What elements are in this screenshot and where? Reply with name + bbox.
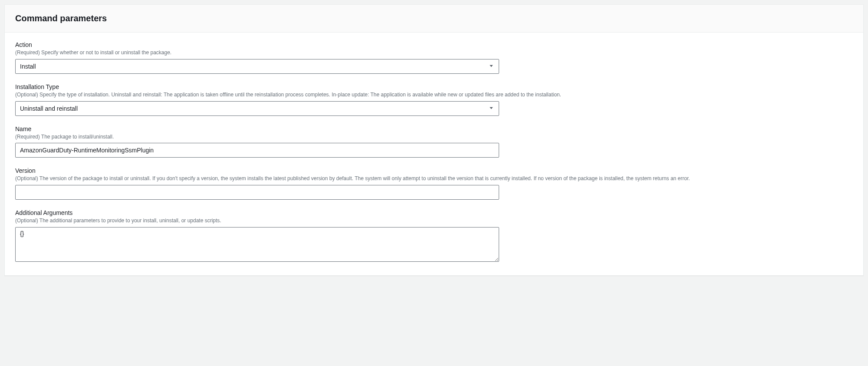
name-label: Name	[15, 125, 853, 132]
version-hint: (Optional) The version of the package to…	[15, 175, 853, 182]
panel-header: Command parameters	[5, 5, 863, 33]
panel-title: Command parameters	[15, 13, 853, 23]
field-installation-type: Installation Type (Optional) Specify the…	[15, 83, 853, 116]
name-input[interactable]	[15, 143, 499, 158]
installation-type-hint: (Optional) Specify the type of installat…	[15, 91, 853, 99]
installation-type-label: Installation Type	[15, 83, 853, 90]
additional-arguments-label: Additional Arguments	[15, 209, 853, 216]
field-name: Name (Required) The package to install/u…	[15, 125, 853, 158]
version-label: Version	[15, 167, 853, 174]
name-hint: (Required) The package to install/uninst…	[15, 133, 853, 141]
field-additional-arguments: Additional Arguments (Optional) The addi…	[15, 209, 853, 263]
action-label: Action	[15, 41, 853, 48]
installation-type-select-value[interactable]: Uninstall and reinstall	[15, 101, 499, 116]
action-hint: (Required) Specify whether or not to ins…	[15, 49, 853, 56]
command-parameters-panel: Command parameters Action (Required) Spe…	[4, 4, 864, 276]
field-action: Action (Required) Specify whether or not…	[15, 41, 853, 74]
additional-arguments-hint: (Optional) The additional parameters to …	[15, 217, 853, 224]
panel-body: Action (Required) Specify whether or not…	[5, 33, 863, 275]
action-select[interactable]: Install	[15, 59, 499, 74]
action-select-value[interactable]: Install	[15, 59, 499, 74]
installation-type-select[interactable]: Uninstall and reinstall	[15, 101, 499, 116]
field-version: Version (Optional) The version of the pa…	[15, 167, 853, 200]
additional-arguments-textarea[interactable]	[15, 227, 499, 262]
version-input[interactable]	[15, 185, 499, 200]
